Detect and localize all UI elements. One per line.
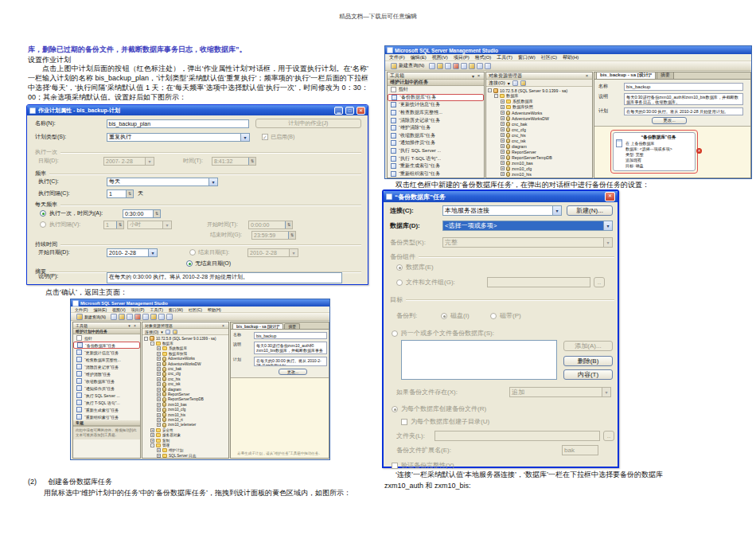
- toolbox-item[interactable]: “维护清除”任务: [73, 370, 140, 377]
- tree-expand-icon[interactable]: +: [157, 362, 161, 366]
- toolbox-item[interactable]: “重新生成索引”任务: [73, 406, 140, 413]
- across-files-radio[interactable]: [392, 330, 398, 337]
- tree-expand-icon[interactable]: +: [157, 418, 161, 422]
- close-button[interactable]: ✕: [357, 107, 365, 115]
- dialog-titlebar[interactable]: 作业计划属性 - bis_backup-计划 ▁ □ ✕: [27, 105, 368, 115]
- create-file-radio[interactable]: [392, 406, 398, 412]
- extension-input[interactable]: bak: [562, 445, 598, 455]
- toolbox-pointer-item[interactable]: 指针: [388, 86, 484, 94]
- schedule-type-combo[interactable]: 重复执行: [107, 133, 250, 142]
- database-combo[interactable]: <选择一项或多项>: [442, 221, 613, 231]
- contents-button[interactable]: 内容(T): [563, 369, 613, 380]
- tree-expand-icon[interactable]: -: [144, 337, 148, 341]
- component-files-radio[interactable]: [396, 279, 403, 286]
- redo-icon[interactable]: [485, 63, 491, 69]
- tree-expand-icon[interactable]: +: [157, 377, 161, 381]
- tree-expand-icon[interactable]: +: [157, 454, 161, 458]
- tree-expand-icon[interactable]: +: [501, 166, 505, 170]
- toolbox-item[interactable]: “检查数据库完整性...: [73, 356, 140, 363]
- toolbox-item[interactable]: “执行 SQL Server ...: [73, 392, 140, 399]
- save-icon[interactable]: [437, 63, 443, 69]
- start-time-spinner[interactable]: 0:00:00: [248, 221, 293, 229]
- plan-schedule-value[interactable]: 在每天的0:30:00 执行。将从 2010-2-28 开始使用计划。: [624, 107, 743, 115]
- tree-expand-icon[interactable]: -: [150, 443, 154, 447]
- refresh-icon[interactable]: [166, 330, 170, 334]
- backup-task-box[interactable]: “备份数据库”任务 在 上备份数据库 数据库: <选择一项或多项> 类型: 完整…: [613, 132, 696, 171]
- jobs-in-schedule-button[interactable]: 计划中的作业(J): [255, 119, 361, 128]
- menu-item[interactable]: 工具(T): [497, 54, 512, 61]
- toolbox-item[interactable]: “备份数据库”任务: [73, 342, 140, 349]
- object-explorer-header[interactable]: 对象资源管理器×: [142, 322, 228, 329]
- occurs-once-time-spinner[interactable]: 0:30:00: [123, 209, 161, 218]
- tree-item[interactable]: + 数据库快照: [488, 104, 592, 110]
- close-button[interactable]: ✕: [605, 192, 615, 201]
- files-input[interactable]: [487, 277, 590, 287]
- occurs-once-radio[interactable]: [40, 210, 46, 217]
- menu-item[interactable]: 编辑(E): [411, 54, 427, 61]
- add-button[interactable]: 添加(A)...: [563, 341, 613, 351]
- tree-expand-icon[interactable]: +: [501, 133, 505, 137]
- tree-item[interactable]: + cnc_his: [488, 132, 592, 138]
- new-connection-button[interactable]: 新建(N)...: [567, 205, 613, 216]
- backup-files-listbox[interactable]: [401, 340, 557, 380]
- filter-icon[interactable]: [173, 330, 177, 334]
- pin-icon[interactable]: ▾: [470, 73, 476, 79]
- tree-item[interactable]: + zxm10_his: [488, 171, 592, 177]
- undo-icon[interactable]: [477, 63, 483, 69]
- tape-radio[interactable]: [490, 313, 497, 319]
- remove-button[interactable]: 删除(B): [563, 356, 613, 366]
- menu-item[interactable]: 社区(C): [189, 307, 202, 312]
- tab-designer[interactable]: bis_backup - sa [设计]*: [596, 72, 656, 79]
- occurs-combo[interactable]: 每天: [107, 178, 218, 186]
- backup-type-combo[interactable]: 完整: [442, 237, 613, 248]
- dialog-titlebar[interactable]: “备份数据库”任务 ✕: [384, 191, 618, 202]
- menu-item[interactable]: 视图(V): [112, 307, 126, 312]
- tree-expand-icon[interactable]: +: [501, 139, 505, 143]
- paste-icon[interactable]: [150, 314, 157, 320]
- disk-radio[interactable]: [441, 313, 447, 319]
- tree-item[interactable]: + diagram: [488, 143, 592, 149]
- paste-icon[interactable]: [469, 63, 475, 69]
- description-textarea[interactable]: 在每天的 0:30:00 执行。将从 2010-2-28 开始使用计划。: [107, 272, 342, 283]
- toolbox-item[interactable]: “检查数据库完整性...: [388, 109, 484, 117]
- connect-button[interactable]: 连接(O): [489, 80, 505, 87]
- open-icon[interactable]: [111, 314, 117, 320]
- tree-item[interactable]: + 系统数据库: [488, 99, 592, 104]
- print-icon[interactable]: [127, 314, 133, 320]
- tree-item[interactable]: + SQL Server 日志: [144, 453, 228, 458]
- tree-item[interactable]: - 数据库: [488, 93, 592, 99]
- ssms-titlebar[interactable]: Microsoft SQL Server Management Studio: [71, 299, 329, 307]
- plan-schedule-value[interactable]: 在每天的0:30:00 执行。将从 2010-2-28 开始使用计划。: [254, 357, 327, 366]
- menu-item[interactable]: 窗口(W): [518, 54, 536, 61]
- toolbox-item[interactable]: “收缩数据库”任务: [388, 132, 484, 140]
- tab-summary[interactable]: 摘要: [284, 323, 300, 329]
- tree-item[interactable]: + zxm10_bas: [488, 160, 592, 166]
- close-icon[interactable]: ×: [584, 73, 590, 78]
- tree-expand-icon[interactable]: +: [157, 352, 161, 356]
- menu-item[interactable]: 文件(F): [389, 54, 405, 61]
- close-icon[interactable]: ×: [476, 73, 481, 78]
- menu-item[interactable]: 窗口(W): [169, 307, 183, 312]
- tree-expand-icon[interactable]: +: [157, 397, 161, 401]
- change-schedule-button[interactable]: 更改...: [652, 117, 687, 124]
- folder-input[interactable]: [435, 431, 600, 441]
- tree-expand-icon[interactable]: +: [501, 116, 505, 120]
- open-icon[interactable]: [429, 63, 435, 69]
- tab-summary[interactable]: 摘要: [657, 72, 674, 79]
- ssms-titlebar[interactable]: Microsoft SQL Server Management Studio: [385, 46, 751, 54]
- tree-expand-icon[interactable]: +: [501, 161, 505, 165]
- toolbox-header[interactable]: 工具箱▾×: [73, 322, 140, 329]
- tree-expand-icon[interactable]: +: [501, 122, 505, 126]
- if-exists-combo[interactable]: 追加: [509, 387, 611, 397]
- tree-expand-icon[interactable]: +: [501, 155, 505, 159]
- schedule-name-input[interactable]: bis_backup_plan: [107, 119, 249, 128]
- copy-icon[interactable]: [142, 314, 149, 320]
- menu-item[interactable]: 项目(P): [454, 54, 470, 61]
- connection-combo[interactable]: 本地服务器连接: [442, 205, 562, 216]
- tree-expand-icon[interactable]: +: [150, 439, 154, 443]
- tree-expand-icon[interactable]: -: [494, 94, 498, 98]
- tree-expand-icon[interactable]: +: [150, 433, 154, 437]
- save-icon[interactable]: [119, 314, 125, 320]
- menu-item[interactable]: 项目(P): [131, 307, 145, 312]
- occurs-every-unit-combo[interactable]: 小时: [127, 221, 172, 229]
